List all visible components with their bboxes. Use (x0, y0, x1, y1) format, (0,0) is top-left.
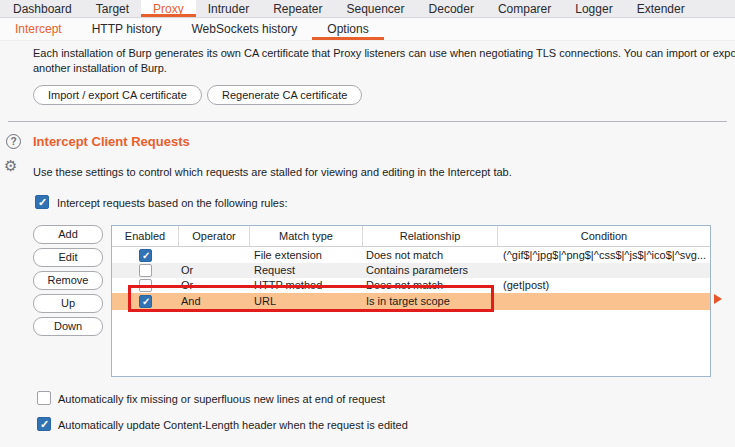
rule-enabled-checkbox[interactable] (139, 295, 152, 308)
table-row[interactable]: Or Request Contains parameters (112, 263, 710, 278)
rule-condition: (get|post) (498, 278, 710, 293)
section-divider (8, 121, 727, 122)
subtab-options[interactable]: Options (312, 19, 383, 40)
tab-intruder[interactable]: Intruder (196, 0, 261, 17)
rule-operator: And (179, 293, 250, 310)
up-button[interactable]: Up (33, 294, 103, 313)
intercept-rules-table: Enabled Operator Match type Relationship… (111, 225, 711, 377)
import-export-ca-certificate-button[interactable]: Import / export CA certificate (33, 85, 202, 105)
column-header-relationship: Relationship (363, 226, 498, 246)
table-header-row: Enabled Operator Match type Relationship… (112, 226, 710, 247)
rule-condition (498, 293, 710, 310)
tab-sequencer[interactable]: Sequencer (335, 0, 417, 17)
tab-target[interactable]: Target (84, 0, 141, 17)
rule-enabled-checkbox[interactable] (139, 279, 152, 292)
ca-description-line2: another installation of Burp. (33, 62, 735, 74)
intercept-client-requests-description: Use these settings to control which requ… (33, 166, 512, 178)
tab-repeater[interactable]: Repeater (261, 0, 334, 17)
tab-extender[interactable]: Extender (625, 0, 697, 17)
rule-match-type: URL (250, 293, 363, 310)
subtab-http-history[interactable]: HTTP history (77, 19, 177, 40)
rule-relationship: Does not match (363, 278, 498, 293)
add-button[interactable]: Add (33, 225, 103, 244)
subtab-websockets-history[interactable]: WebSockets history (177, 19, 313, 40)
gear-icon[interactable]: ⚙ (4, 158, 17, 174)
rule-relationship: Is in target scope (363, 293, 498, 310)
help-icon[interactable]: ? (6, 134, 21, 149)
subtab-intercept[interactable]: Intercept (0, 19, 77, 40)
selected-row-arrow-icon (714, 294, 722, 304)
update-content-length-checkbox[interactable] (37, 417, 51, 431)
tab-logger[interactable]: Logger (563, 0, 624, 17)
table-row[interactable]: Or HTTP method Does not match (get|post) (112, 278, 710, 293)
rule-condition (498, 263, 710, 278)
rule-operator: Or (179, 263, 250, 278)
intercept-client-requests-title: Intercept Client Requests (33, 134, 190, 149)
column-header-operator: Operator (179, 226, 250, 246)
tab-proxy[interactable]: Proxy (141, 0, 196, 17)
remove-button[interactable]: Remove (33, 271, 103, 290)
column-header-match-type: Match type (250, 226, 363, 246)
rule-match-type: HTTP method (250, 278, 363, 293)
fix-newlines-checkbox-label: Automatically fix missing or superfluous… (58, 393, 385, 405)
rule-relationship: Does not match (363, 247, 498, 263)
edit-button[interactable]: Edit (33, 248, 103, 267)
rule-match-type: Request (250, 263, 363, 278)
column-header-condition: Condition (498, 226, 710, 246)
fix-newlines-checkbox[interactable] (37, 391, 51, 405)
rule-condition: (^gif$|^jpg$|^png$|^css$|^js$|^ico$|^svg… (498, 247, 710, 263)
intercept-rules-checkbox-label: Intercept requests based on the followin… (57, 197, 288, 209)
regenerate-ca-certificate-button[interactable]: Regenerate CA certificate (207, 85, 362, 105)
rule-operator: Or (179, 278, 250, 293)
table-row[interactable]: File extension Does not match (^gif$|^jp… (112, 247, 710, 263)
intercept-rules-checkbox[interactable] (35, 195, 49, 209)
rule-match-type: File extension (250, 247, 363, 263)
proxy-sub-tab-bar: Intercept HTTP history WebSockets histor… (0, 19, 735, 41)
column-header-enabled: Enabled (112, 226, 179, 246)
rule-enabled-checkbox[interactable] (139, 249, 152, 262)
rule-relationship: Contains parameters (363, 263, 498, 278)
rule-enabled-checkbox[interactable] (139, 264, 152, 277)
tab-decoder[interactable]: Decoder (417, 0, 486, 17)
tab-dashboard[interactable]: Dashboard (1, 0, 84, 17)
update-content-length-checkbox-label: Automatically update Content-Length head… (58, 419, 408, 431)
ca-description-line1: Each installation of Burp generates its … (33, 47, 735, 59)
down-button[interactable]: Down (33, 317, 103, 336)
rule-operator (179, 247, 250, 263)
table-row-selected[interactable]: And URL Is in target scope (112, 293, 710, 310)
tab-comparer[interactable]: Comparer (486, 0, 563, 17)
main-tab-bar: Dashboard Target Proxy Intruder Repeater… (0, 0, 735, 18)
